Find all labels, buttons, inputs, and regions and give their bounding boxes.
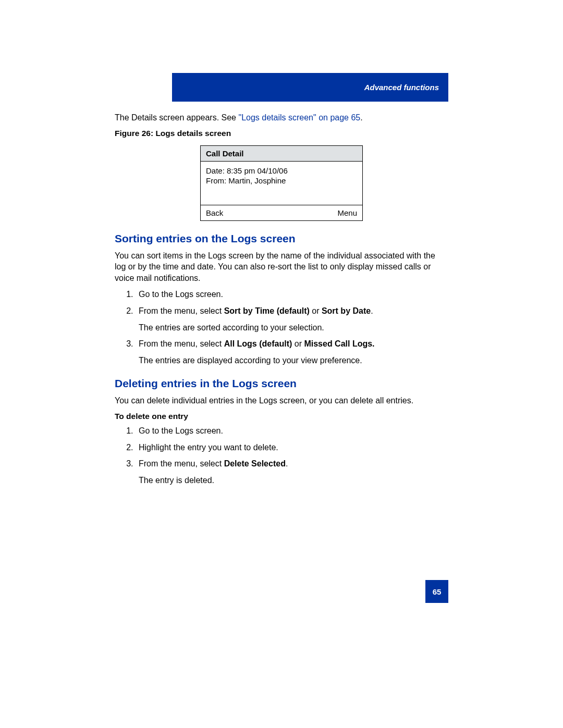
list-item: Highlight the entry you want to delete. [136, 442, 448, 453]
list-item: From the menu, select All Logs (default)… [136, 338, 448, 366]
sub-heading: To delete one entry [115, 412, 448, 421]
step-result: The entries are sorted according to your… [139, 322, 448, 334]
step-bold: Missed Call Logs. [304, 339, 374, 348]
cross-reference-link[interactable]: "Logs details screen" on page 65 [238, 113, 360, 122]
step-pre: From the menu, select [139, 459, 224, 468]
step-or: or [310, 306, 322, 315]
step-post: . [371, 306, 373, 315]
page-number-value: 65 [433, 587, 442, 596]
delete-steps: Go to the Logs screen. Highlight the ent… [115, 425, 448, 486]
section-heading-deleting: Deleting entries in the Logs screen [115, 377, 448, 390]
step-pre: From the menu, select [139, 306, 224, 315]
phone-line-from: From: Martin, Josphine [206, 176, 357, 186]
step-result: The entry is deleted. [139, 475, 448, 486]
page-number: 65 [425, 580, 448, 603]
phone-title: Call Detail [201, 146, 362, 162]
softkey-menu: Menu [337, 208, 357, 217]
list-item: From the menu, select Sort by Time (defa… [136, 305, 448, 333]
step-bold: Sort by Time (default) [224, 306, 310, 315]
intro-pre: The Details screen appears. See [115, 113, 238, 122]
phone-screenshot: Call Detail Date: 8:35 pm 04/10/06 From:… [200, 145, 363, 221]
step-result: The entries are displayed according to y… [139, 355, 448, 366]
list-item: From the menu, select Delete Selected. T… [136, 458, 448, 486]
section1-intro: You can sort items in the Logs screen by… [115, 250, 448, 284]
figure-caption: Figure 26: Logs details screen [115, 129, 448, 138]
step-bold: All Logs (default) [224, 339, 292, 348]
phone-body: Date: 8:35 pm 04/10/06 From: Martin, Jos… [201, 162, 362, 205]
intro-post: . [360, 113, 362, 122]
sorting-steps: Go to the Logs screen. From the menu, se… [115, 289, 448, 366]
section-heading-sorting: Sorting entries on the Logs screen [115, 232, 448, 245]
step-pre: From the menu, select [139, 339, 224, 348]
header-title: Advanced functions [364, 83, 439, 92]
step-bold: Delete Selected [224, 459, 286, 468]
step-or: or [292, 339, 304, 348]
header-bar: Advanced functions [172, 73, 448, 102]
document-page: Advanced functions The Details screen ap… [0, 0, 563, 728]
section2-intro: You can delete individual entries in the… [115, 395, 448, 406]
intro-paragraph: The Details screen appears. See "Logs de… [115, 112, 448, 124]
list-item: Go to the Logs screen. [136, 425, 448, 437]
step-text: Go to the Logs screen. [139, 426, 223, 435]
step-text: Highlight the entry you want to delete. [139, 443, 278, 452]
step-post: . [286, 459, 288, 468]
step-text: Go to the Logs screen. [139, 290, 223, 299]
page-content: The Details screen appears. See "Logs de… [115, 112, 448, 493]
softkey-back: Back [206, 208, 223, 217]
step-bold: Sort by Date [322, 306, 371, 315]
phone-line-date: Date: 8:35 pm 04/10/06 [206, 166, 357, 176]
phone-softkeys: Back Menu [201, 205, 362, 220]
list-item: Go to the Logs screen. [136, 289, 448, 300]
